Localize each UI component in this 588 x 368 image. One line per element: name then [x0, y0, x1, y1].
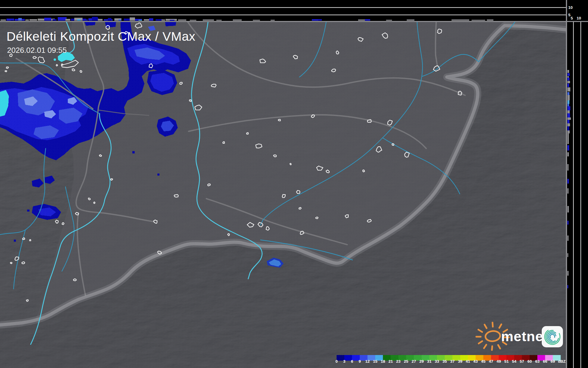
- top-profile-segment: [407, 19, 414, 21]
- top-profile-segment: [472, 20, 485, 21]
- right-profile-segment: [567, 117, 571, 120]
- right-profile-segment: [567, 95, 570, 100]
- top-profile-panel: [0, 0, 588, 21]
- right-axis-label-5: 5: [571, 16, 573, 20]
- radar-app-screen: Délkeleti Kompozit CMax / VMax 2026.02.0…: [0, 0, 588, 368]
- right-profile-segment: [567, 285, 568, 288]
- right-profile-segment: [567, 271, 569, 276]
- right-profile-segment: [567, 70, 569, 73]
- radar-composite-view[interactable]: Délkeleti Kompozit CMax / VMax 2026.02.0…: [0, 0, 588, 368]
- top-profile-segment: [386, 20, 392, 21]
- top-profile-segment: [83, 19, 88, 21]
- top-profile-segment: [216, 20, 222, 21]
- top-profile-segment: [178, 19, 186, 21]
- right-profile-segment: [567, 130, 570, 133]
- top-profile-segment: [149, 18, 153, 21]
- right-profile-segment: [567, 133, 569, 144]
- top-profile-segment: [118, 19, 121, 21]
- right-profile-segment: [567, 253, 568, 257]
- top-profile-segment: [365, 19, 370, 21]
- map-grain-texture: [0, 22, 566, 368]
- right-profile-panel: [567, 22, 588, 368]
- right-profile-segment: [567, 92, 569, 95]
- map-canvas[interactable]: Délkeleti Kompozit CMax / VMax 2026.02.0…: [0, 22, 566, 368]
- right-profile-segment: [567, 188, 569, 194]
- top-profile-segment: [58, 17, 67, 21]
- top-profile-segment: [139, 20, 142, 21]
- right-profile-segment: [567, 78, 569, 81]
- right-profile-segment: [567, 100, 569, 104]
- top-profile-segment: [162, 19, 165, 21]
- top-profile-segment: [271, 20, 275, 21]
- right-profile-segment: [567, 164, 569, 171]
- top-profile-segment: [108, 18, 111, 21]
- right-profile-segment: [567, 110, 570, 113]
- top-profile-segment: [190, 20, 196, 21]
- top-profile-segment: [29, 19, 37, 21]
- top-profile-segment: [170, 20, 174, 21]
- right-axis-label-10: 10: [577, 16, 581, 20]
- right-profile-segment: [567, 81, 570, 83]
- top-profile-segment: [452, 19, 469, 21]
- right-profile-segment: [567, 123, 570, 126]
- vertical-separator: [566, 0, 567, 368]
- right-profile-segment: [567, 221, 569, 225]
- top-profile-segment: [92, 17, 98, 21]
- right-profile-segment: [567, 126, 569, 130]
- right-profile-segment: [567, 179, 569, 184]
- right-profile-segment: [567, 152, 569, 156]
- right-profile-segment: [567, 106, 570, 110]
- top-profile-segment: [203, 19, 214, 21]
- top-profile-segment: [52, 19, 57, 21]
- top-profile-segment: [77, 19, 81, 21]
- top-profile-segment: [318, 20, 322, 21]
- right-profile-segment: [567, 76, 569, 78]
- right-profile-segment: [567, 145, 569, 151]
- right-profile-segment: [567, 206, 569, 212]
- top-axis-label-5: 5: [568, 13, 571, 17]
- top-profile-segment: [11, 20, 14, 21]
- top-profile-segment: [25, 19, 29, 21]
- right-profile-segment: [567, 84, 569, 87]
- top-profile-segment: [233, 19, 242, 21]
- right-profile-segment: [567, 73, 570, 76]
- top-profile-segment: [65, 19, 70, 21]
- top-profile-segment: [44, 18, 51, 21]
- top-profile-segment: [130, 17, 135, 21]
- top-profile-segment: [487, 19, 493, 21]
- horizontal-separator: [0, 21, 588, 22]
- right-profile-segment: [567, 87, 570, 91]
- top-profile-segment: [18, 18, 22, 21]
- right-profile-segment: [567, 235, 569, 241]
- right-profile-segment: [567, 120, 569, 123]
- top-profile-segment: [1, 19, 6, 21]
- right-profile-segment: [567, 104, 569, 106]
- top-axis-label-10: 10: [568, 5, 573, 10]
- right-profile-segment: [567, 113, 570, 117]
- top-profile-segment: [358, 19, 366, 21]
- top-profile-segment: [98, 19, 103, 21]
- top-profile-segment: [253, 20, 260, 21]
